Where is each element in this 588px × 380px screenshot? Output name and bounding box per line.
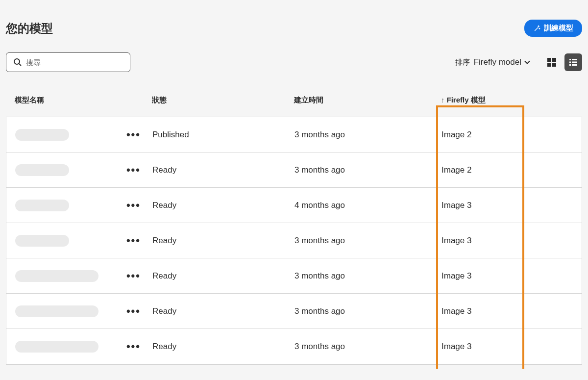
- model-name-placeholder: [15, 270, 98, 282]
- train-button-label: 訓練模型: [544, 24, 573, 33]
- table-row[interactable]: •••Ready3 months agoImage 3: [6, 329, 582, 364]
- cell-status: Ready: [152, 271, 294, 281]
- table-row[interactable]: •••Ready3 months agoImage 3: [6, 258, 582, 294]
- chevron-down-icon: [524, 60, 530, 64]
- table-row[interactable]: •••Ready3 months agoImage 3: [6, 294, 582, 329]
- col-header-created[interactable]: 建立時間: [294, 87, 441, 117]
- cell-status: Ready: [152, 165, 294, 175]
- sort-asc-arrow-icon: ↑: [441, 96, 445, 104]
- cell-created: 4 months ago: [294, 201, 441, 210]
- train-model-button[interactable]: 訓練模型: [524, 20, 582, 37]
- page-title: 您的模型: [6, 21, 53, 36]
- cell-status: Published: [152, 130, 294, 140]
- col-header-firefly-label: Firefly 模型: [447, 96, 486, 104]
- model-name-placeholder: [15, 341, 98, 353]
- cell-firefly: Image 3: [441, 271, 588, 281]
- svg-rect-11: [572, 64, 577, 66]
- svg-rect-8: [569, 62, 571, 63]
- cell-status: Ready: [152, 306, 294, 316]
- sort-label: 排序: [455, 58, 470, 67]
- cell-status: Ready: [152, 342, 294, 352]
- cell-created: 3 months ago: [294, 342, 441, 352]
- cell-created: 3 months ago: [294, 165, 441, 175]
- model-name-placeholder: [15, 129, 69, 141]
- row-more-button[interactable]: •••: [126, 199, 141, 212]
- model-name-placeholder: [15, 164, 69, 176]
- cell-status: Ready: [152, 201, 294, 210]
- row-more-button[interactable]: •••: [126, 128, 141, 141]
- list-icon: [568, 57, 579, 68]
- cell-created: 3 months ago: [294, 271, 441, 281]
- col-header-name[interactable]: 模型名稱: [15, 87, 152, 117]
- svg-point-0: [14, 59, 20, 64]
- cell-firefly: Image 3: [441, 306, 588, 316]
- model-name-placeholder: [15, 200, 69, 211]
- table-row[interactable]: •••Ready3 months agoImage 2: [6, 152, 582, 188]
- grid-icon: [546, 57, 557, 68]
- sort-selected-value: Firefly model: [474, 57, 521, 67]
- svg-rect-6: [569, 59, 571, 60]
- search-box[interactable]: [6, 52, 130, 72]
- models-table: 模型名稱 狀態 建立時間 ↑Firefly 模型 •••Published3 m…: [6, 87, 582, 365]
- cell-firefly: Image 3: [441, 342, 588, 352]
- cell-created: 3 months ago: [294, 306, 441, 316]
- grid-view-button[interactable]: [543, 53, 561, 71]
- row-more-button[interactable]: •••: [126, 340, 141, 353]
- search-icon: [13, 58, 22, 67]
- svg-line-1: [19, 64, 21, 66]
- svg-rect-9: [572, 62, 577, 63]
- svg-rect-3: [552, 58, 556, 62]
- col-header-status[interactable]: 狀態: [152, 87, 294, 117]
- cell-firefly: Image 3: [441, 236, 588, 246]
- cell-firefly: Image 2: [441, 165, 588, 175]
- cell-firefly: Image 2: [441, 130, 588, 140]
- cell-firefly: Image 3: [441, 201, 588, 210]
- table-row[interactable]: •••Published3 months agoImage 2: [6, 117, 582, 152]
- sort-dropdown[interactable]: Firefly model: [474, 57, 530, 67]
- row-more-button[interactable]: •••: [126, 305, 141, 318]
- model-name-placeholder: [15, 235, 69, 247]
- table-row[interactable]: •••Ready4 months agoImage 3: [6, 188, 582, 223]
- list-view-button[interactable]: [564, 53, 582, 71]
- row-more-button[interactable]: •••: [126, 234, 141, 247]
- search-input[interactable]: [26, 58, 123, 67]
- model-name-placeholder: [15, 305, 98, 317]
- cell-created: 3 months ago: [294, 130, 441, 140]
- magic-wand-icon: [533, 25, 541, 32]
- table-row[interactable]: •••Ready3 months agoImage 3: [6, 223, 582, 258]
- cell-created: 3 months ago: [294, 236, 441, 246]
- cell-status: Ready: [152, 236, 294, 246]
- svg-rect-7: [572, 59, 577, 60]
- col-header-firefly[interactable]: ↑Firefly 模型: [441, 87, 588, 117]
- row-more-button[interactable]: •••: [126, 270, 141, 282]
- svg-rect-5: [552, 63, 556, 67]
- svg-rect-4: [547, 63, 551, 67]
- row-more-button[interactable]: •••: [126, 164, 141, 177]
- svg-rect-2: [547, 58, 551, 62]
- svg-rect-10: [569, 64, 571, 66]
